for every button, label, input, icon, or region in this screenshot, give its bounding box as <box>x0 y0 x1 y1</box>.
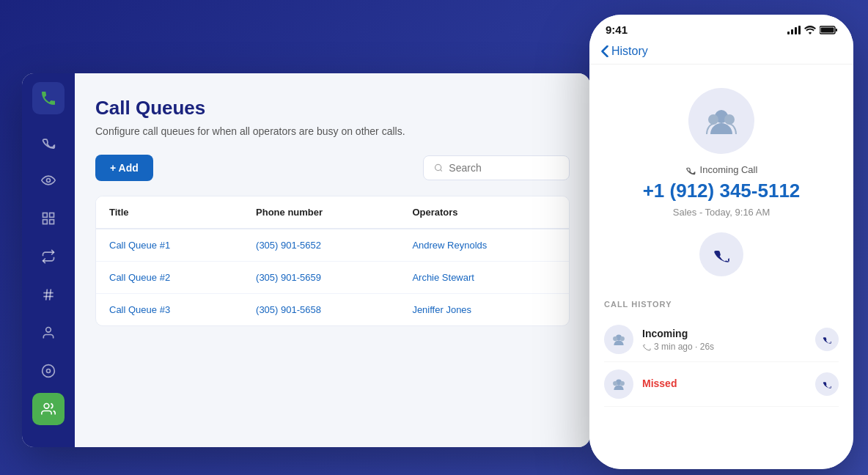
back-label: History <box>611 45 648 58</box>
call-history-item-incoming: Incoming 3 min ago · 26s <box>604 317 839 362</box>
table-row[interactable]: Call Queue #3 (305) 901-5658 Jeniffer Jo… <box>96 294 569 326</box>
cell-phone: (305) 901-5658 <box>243 294 399 326</box>
svg-point-0 <box>47 179 51 183</box>
history-avatar-icon <box>611 333 627 346</box>
logo-icon <box>40 89 57 107</box>
caller-phone-number: +1 (912) 345-5112 <box>643 180 801 202</box>
sidebar-item-transfer[interactable] <box>32 240 65 273</box>
contact-avatar <box>688 88 754 154</box>
svg-point-9 <box>46 328 51 333</box>
sidebar-item-grid[interactable] <box>32 202 65 235</box>
signal-bars-icon <box>787 26 801 34</box>
sidebar-item-team[interactable] <box>32 393 65 425</box>
search-icon <box>434 163 443 173</box>
col-header-phone: Phone number <box>243 196 399 229</box>
history-avatar-missed-icon <box>611 378 627 391</box>
svg-line-14 <box>441 169 442 171</box>
cell-title: Call Queue #3 <box>96 294 243 326</box>
back-chevron-icon <box>601 45 608 57</box>
svg-rect-4 <box>50 220 54 224</box>
desktop-panel: Call Queues Configure call queues for wh… <box>22 73 590 447</box>
add-button[interactable]: + Add <box>95 155 153 181</box>
svg-point-25 <box>613 381 617 386</box>
phone-nav: History <box>589 40 853 65</box>
svg-point-11 <box>47 369 51 373</box>
table-row[interactable]: Call Queue #2 (305) 901-5659 Archie Stew… <box>96 262 569 294</box>
svg-rect-2 <box>50 213 54 218</box>
cell-title: Call Queue #1 <box>96 229 243 262</box>
status-time: 9:41 <box>606 23 628 36</box>
call-history-info-missed: Missed <box>642 378 806 391</box>
call-history-action-incoming[interactable] <box>815 328 839 351</box>
incoming-label: Incoming Call <box>685 164 758 175</box>
sidebar-item-monitor[interactable] <box>32 355 65 387</box>
call-button-icon <box>712 245 731 264</box>
col-header-title: Title <box>96 196 243 229</box>
call-history-name-missed: Missed <box>642 378 806 389</box>
svg-point-26 <box>620 381 625 386</box>
contact-section: Incoming Call +1 (912) 345-5112 Sales - … <box>589 76 853 288</box>
svg-rect-3 <box>43 220 48 224</box>
sidebar-item-phone[interactable] <box>32 126 65 158</box>
call-history-detail-incoming: 3 min ago · 26s <box>642 342 806 352</box>
call-history-label: CALL HISTORY <box>604 300 839 309</box>
svg-point-12 <box>44 404 49 409</box>
call-history-item-missed: Missed <box>604 362 839 407</box>
page-title: Call Queues <box>95 97 570 119</box>
svg-point-20 <box>724 114 735 125</box>
phone-frame: 9:41 History <box>589 15 853 469</box>
call-history-name-incoming: Incoming <box>642 328 806 339</box>
cell-phone: (305) 901-5652 <box>243 229 399 262</box>
cell-operators: Archie Stewart <box>399 262 569 294</box>
cell-phone: (305) 901-5659 <box>243 262 399 294</box>
cell-operators: Andrew Reynolds <box>399 229 569 262</box>
svg-point-22 <box>613 336 617 341</box>
call-meta: Sales - Today, 9:16 AM <box>673 207 770 218</box>
call-history-action-missed[interactable] <box>815 372 839 396</box>
call-history-avatar <box>604 325 633 354</box>
call-history-avatar-missed <box>604 369 633 399</box>
call-detail-icon <box>642 342 651 351</box>
sidebar-logo <box>32 82 65 114</box>
battery-icon <box>820 26 837 34</box>
svg-rect-16 <box>836 29 837 32</box>
call-back-missed-icon <box>822 379 832 389</box>
wifi-icon <box>804 26 816 34</box>
svg-point-13 <box>435 164 441 170</box>
group-avatar-icon <box>703 106 740 136</box>
svg-point-10 <box>43 365 55 378</box>
sidebar-item-eye[interactable] <box>32 164 65 196</box>
call-history-section: CALL HISTORY Incoming <box>589 288 853 407</box>
svg-rect-1 <box>43 213 48 218</box>
sidebar-item-contact[interactable] <box>32 317 65 349</box>
sidebar-item-hash[interactable] <box>32 279 65 311</box>
search-box[interactable] <box>423 155 570 180</box>
call-detail-text: 3 min ago · 26s <box>654 342 714 352</box>
cell-title: Call Queue #2 <box>96 262 243 294</box>
status-bar: 9:41 <box>589 15 853 40</box>
svg-point-23 <box>620 336 625 341</box>
call-back-icon <box>822 334 832 345</box>
phone-content: Incoming Call +1 (912) 345-5112 Sales - … <box>589 65 853 469</box>
main-content: Call Queues Configure call queues for wh… <box>75 73 590 447</box>
svg-line-7 <box>46 290 48 301</box>
sidebar <box>22 73 75 447</box>
table-header-row: Title Phone number Operators <box>96 196 569 229</box>
back-button[interactable]: History <box>601 45 648 58</box>
incoming-call-icon <box>685 165 696 175</box>
status-icons <box>787 26 837 34</box>
col-header-operators: Operators <box>399 196 569 229</box>
toolbar: + Add <box>95 155 570 181</box>
svg-rect-17 <box>821 27 834 32</box>
call-action-button[interactable] <box>699 232 743 276</box>
cell-operators: Jeniffer Jones <box>399 294 569 326</box>
incoming-call-label: Incoming Call <box>700 164 758 175</box>
data-table: Title Phone number Operators Call Queue … <box>95 196 570 326</box>
svg-line-8 <box>50 290 51 301</box>
call-history-info: Incoming 3 min ago · 26s <box>642 328 806 352</box>
page-subtitle: Configure call queues for when all opera… <box>95 125 570 137</box>
table-row[interactable]: Call Queue #1 (305) 901-5652 Andrew Reyn… <box>96 229 569 262</box>
search-input[interactable] <box>449 162 559 174</box>
svg-point-19 <box>708 114 718 125</box>
